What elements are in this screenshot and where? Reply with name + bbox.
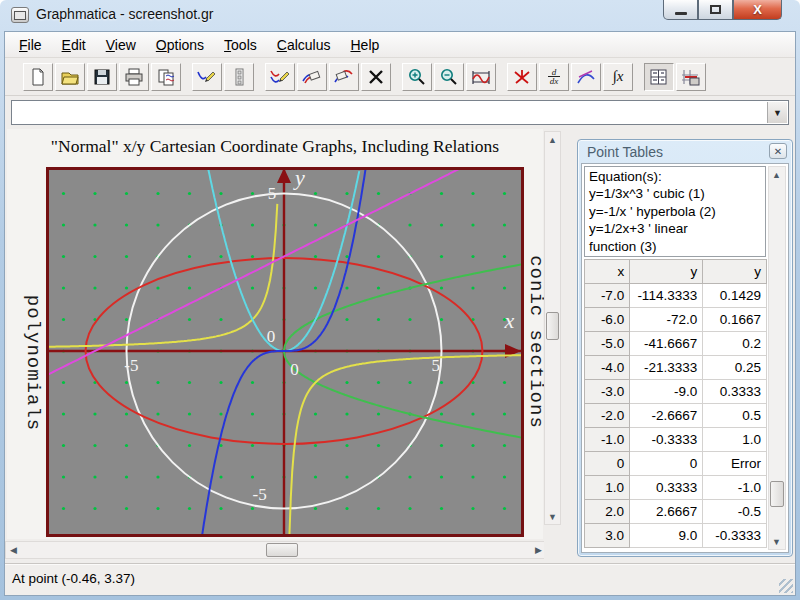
delete-all-graphs-button[interactable] <box>361 63 391 91</box>
zoom-out-button[interactable] <box>434 63 464 91</box>
menu-item-view[interactable]: View <box>96 34 146 56</box>
table-cell: 0.2 <box>703 332 767 356</box>
table-row: -3.0-9.00.3333 <box>585 380 767 404</box>
table-row: -4.0-21.33330.25 <box>585 356 767 380</box>
menu-item-calculus[interactable]: Calculus <box>267 34 341 56</box>
data-plot-editor-button[interactable] <box>224 63 254 91</box>
scroll-left-icon[interactable]: ◀ <box>6 542 21 557</box>
table-row: -5.0-41.66670.2 <box>585 332 767 356</box>
graph-title: "Normal" x/y Cartesian Coordinate Graphs… <box>7 136 543 157</box>
resize-grip[interactable] <box>779 579 793 593</box>
equation-line: y=1/2x+3 ' linear <box>589 220 761 237</box>
edit-annotations-button[interactable] <box>676 63 706 91</box>
menu-item-tools[interactable]: Tools <box>214 34 267 56</box>
svg-text:-5: -5 <box>253 485 267 504</box>
maximize-button[interactable] <box>698 0 733 20</box>
close-button[interactable]: X <box>733 0 782 20</box>
equation-line: Equation(s): <box>589 168 761 185</box>
vertical-scroll-thumb[interactable] <box>546 312 559 340</box>
table-row: -2.0-2.66670.5 <box>585 404 767 428</box>
menu-item-file[interactable]: File <box>9 34 52 56</box>
horizontal-scroll-thumb[interactable] <box>266 543 298 557</box>
point-tables-title: Point Tables <box>587 144 663 160</box>
table-cell: -0.5 <box>703 500 767 524</box>
table-row: 1.00.3333-1.0 <box>585 476 767 500</box>
close-icon: X <box>753 2 762 17</box>
table-row: -1.0-0.33331.0 <box>585 428 767 452</box>
table-cell: -5.0 <box>585 332 630 356</box>
scroll-down-icon[interactable]: ▼ <box>769 534 784 549</box>
erase-graph-button[interactable] <box>329 63 359 91</box>
table-cell: -7.0 <box>585 284 630 308</box>
table-cell: -41.6667 <box>630 332 703 356</box>
app-window: FileEditViewOptionsToolsCalculusHelp ddx… <box>4 31 796 596</box>
column-header: y <box>630 260 703 284</box>
equation-input[interactable] <box>13 102 766 123</box>
default-grid-range-button[interactable] <box>466 63 496 91</box>
panel-scrollbar[interactable]: ▲ ▼ <box>768 166 786 550</box>
open-file-button[interactable] <box>55 63 85 91</box>
table-cell: -4.0 <box>585 356 630 380</box>
status-bar: At point (-0.46, 3.37) <box>5 563 795 595</box>
minimize-icon <box>675 12 687 15</box>
table-cell: -2.0 <box>585 404 630 428</box>
table-cell: -6.0 <box>585 308 630 332</box>
hide-graph-button[interactable] <box>297 63 327 91</box>
column-header: y <box>703 260 767 284</box>
vertical-scrollbar[interactable]: ▲ ▼ <box>544 131 561 525</box>
new-file-button[interactable] <box>23 63 53 91</box>
redraw-all-button[interactable] <box>265 63 295 91</box>
equation-line: function (3) <box>589 238 761 255</box>
table-cell: 1.0 <box>585 476 630 500</box>
graph-view[interactable]: "Normal" x/y Cartesian Coordinate Graphs… <box>7 129 543 539</box>
table-cell: 3.0 <box>585 524 630 548</box>
integral-icon: ∫x <box>613 68 624 85</box>
integrate-button[interactable]: ∫x <box>603 63 633 91</box>
close-icon: ✕ <box>774 146 782 157</box>
svg-text:y: y <box>293 167 305 190</box>
draw-tangent-line-button[interactable] <box>571 63 601 91</box>
window-frame: Graphmatica - screenshot.gr X FileEditVi… <box>0 0 800 600</box>
equation-combobox[interactable]: ▼ <box>11 100 789 125</box>
table-cell: -1.0 <box>585 428 630 452</box>
panel-scroll-thumb[interactable] <box>770 481 784 507</box>
left-margin-label: polynomials <box>22 295 44 431</box>
scroll-up-icon[interactable]: ▲ <box>769 167 784 182</box>
scroll-up-icon[interactable]: ▲ <box>545 132 560 147</box>
menu-item-edit[interactable]: Edit <box>52 34 96 56</box>
equation-bar: ▼ <box>5 97 795 128</box>
save-button[interactable] <box>87 63 117 91</box>
minimize-button[interactable] <box>663 0 698 20</box>
menu-item-options[interactable]: Options <box>146 34 214 56</box>
point-table[interactable]: xyy-7.0-114.33330.1429-6.0-72.00.1667-5.… <box>584 259 767 552</box>
scrollbar-corner <box>544 541 561 559</box>
point-tables-panel[interactable]: Point Tables ✕ Equation(s):y=1/3x^3 ' cu… <box>577 139 793 557</box>
horizontal-scrollbar[interactable]: ◀ ▶ <box>5 541 547 559</box>
plot-canvas[interactable]: 5-55-500xy <box>46 167 524 537</box>
table-row: -6.0-72.00.1667 <box>585 308 767 332</box>
print-button[interactable] <box>119 63 149 91</box>
find-critical-points-button[interactable] <box>507 63 537 91</box>
find-derivative-button[interactable]: ddx <box>539 63 569 91</box>
app-icon <box>11 7 29 23</box>
scroll-down-icon[interactable]: ▼ <box>545 509 560 524</box>
svg-text:5: 5 <box>268 184 277 203</box>
point-tables-close-button[interactable]: ✕ <box>769 143 787 159</box>
toggle-point-tables-button[interactable] <box>644 63 674 91</box>
zoom-in-button[interactable] <box>402 63 432 91</box>
table-cell: -9.0 <box>630 380 703 404</box>
table-cell: 0.5 <box>703 404 767 428</box>
point-tables-titlebar[interactable]: Point Tables ✕ <box>578 140 792 163</box>
chevron-down-icon: ▼ <box>773 108 782 118</box>
copy-button[interactable] <box>151 63 181 91</box>
title-bar[interactable]: Graphmatica - screenshot.gr X <box>0 0 800 31</box>
combo-dropdown-button[interactable]: ▼ <box>767 102 787 123</box>
table-cell: 2.6667 <box>630 500 703 524</box>
equation-list[interactable]: Equation(s):y=1/3x^3 ' cubic (1)y=-1/x '… <box>584 166 766 257</box>
table-cell: Error <box>703 452 767 476</box>
draw-graph-button[interactable] <box>192 63 222 91</box>
menu-item-help[interactable]: Help <box>340 34 389 56</box>
equation-line: y=1/3x^3 ' cubic (1) <box>589 185 761 202</box>
table-row: -7.0-114.33330.1429 <box>585 284 767 308</box>
client-area: "Normal" x/y Cartesian Coordinate Graphs… <box>5 128 795 595</box>
